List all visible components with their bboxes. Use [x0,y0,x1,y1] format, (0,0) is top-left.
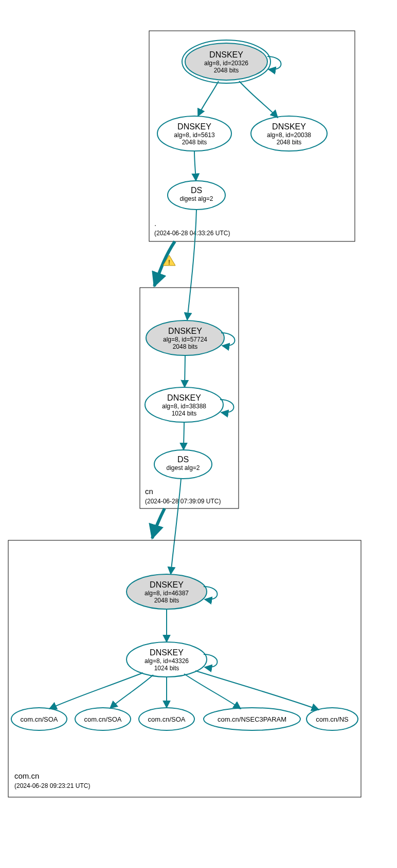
dnskey-label: DNSKEY [167,393,201,402]
svg-text:2048 bits: 2048 bits [173,343,198,350]
svg-text:alg=8, id=20326: alg=8, id=20326 [204,60,248,67]
zone-comcn-timestamp: (2024-06-28 09:23:21 UTC) [14,782,90,789]
svg-text:com.cn/NSEC3PARAM: com.cn/NSEC3PARAM [218,715,286,723]
svg-text:1024 bits: 1024 bits [172,410,197,417]
cn-ds-node: DS digest alg=2 [154,450,212,479]
svg-text:digest alg=2: digest alg=2 [166,464,200,471]
cn-ksk-node: DNSKEY alg=8, id=57724 2048 bits [146,320,224,355]
ds-label: DS [191,186,202,195]
svg-text:com.cn/SOA: com.cn/SOA [148,715,186,723]
svg-text:alg=8, id=20038: alg=8, id=20038 [267,131,311,139]
root-ds-node: DS digest alg=2 [168,181,225,210]
edge [185,355,185,387]
zone-root: . (2024-06-28 04:33:26 UTC) DNSKEY alg=8… [149,31,355,241]
zone-root-name: . [154,219,156,228]
svg-text:com.cn/NS: com.cn/NS [316,715,349,723]
edge [184,422,184,450]
svg-text:2048 bits: 2048 bits [277,139,302,146]
zone-comcn: com.cn (2024-06-28 09:23:21 UTC) DNSKEY … [8,540,361,797]
svg-text:com.cn/SOA: com.cn/SOA [21,715,58,723]
svg-text:com.cn/SOA: com.cn/SOA [84,715,122,723]
zone-cn-timestamp: (2024-06-28 07:39:09 UTC) [145,498,221,505]
dnskey-label: DNSKEY [150,580,184,589]
root-zsk-node: DNSKEY alg=8, id=5613 2048 bits [157,116,231,151]
dnssec-graph: . (2024-06-28 04:33:26 UTC) DNSKEY alg=8… [0,0,397,868]
self-loop-icon [267,56,281,70]
rr-soa-2: com.cn/SOA [75,708,131,730]
delegation-edge [152,508,165,538]
edge [239,81,278,118]
svg-text:digest alg=2: digest alg=2 [179,195,213,202]
dnskey-label: DNSKEY [209,50,243,59]
svg-text:alg=8, id=43326: alg=8, id=43326 [145,657,189,665]
svg-text:!: ! [168,259,170,266]
zone-cn-name: cn [145,487,153,496]
zone-root-timestamp: (2024-06-28 04:33:26 UTC) [154,230,230,237]
svg-text:2048 bits: 2048 bits [154,597,179,604]
comcn-ksk-node: DNSKEY alg=8, id=46387 2048 bits [127,574,207,609]
root-zsk2-node: DNSKEY alg=8, id=20038 2048 bits [251,116,327,151]
dnskey-label: DNSKEY [177,122,211,131]
dnskey-label: DNSKEY [168,327,202,335]
zone-comcn-name: com.cn [14,771,39,780]
svg-text:alg=8, id=57724: alg=8, id=57724 [163,336,207,343]
edge [198,81,219,116]
edge [194,151,196,181]
edge [195,671,319,710]
root-ksk-node: DNSKEY alg=8, id=20326 2048 bits [182,40,270,83]
edge [187,210,196,320]
zone-cn: cn (2024-06-28 07:39:09 UTC) DNSKEY alg=… [140,288,239,508]
svg-text:2048 bits: 2048 bits [182,139,207,146]
rr-ns: com.cn/NS [306,708,358,730]
cn-zsk-node: DNSKEY alg=8, id=38388 1024 bits [145,387,223,422]
svg-text:alg=8, id=5613: alg=8, id=5613 [174,131,215,139]
rr-nsec3param: com.cn/NSEC3PARAM [204,708,300,730]
svg-text:alg=8, id=38388: alg=8, id=38388 [162,403,206,410]
ds-label: DS [177,455,189,464]
comcn-zsk-node: DNSKEY alg=8, id=43326 1024 bits [127,642,207,677]
dnskey-label: DNSKEY [272,122,306,131]
edge [110,675,153,708]
svg-text:1024 bits: 1024 bits [154,665,179,672]
edge [184,674,241,709]
edge [171,479,181,574]
svg-text:alg=8, id=46387: alg=8, id=46387 [145,590,189,597]
edge [49,673,143,709]
dnskey-label: DNSKEY [150,648,184,657]
rr-soa-3: com.cn/SOA [139,708,194,730]
svg-text:2048 bits: 2048 bits [214,67,239,74]
rr-soa-1: com.cn/SOA [11,708,67,730]
